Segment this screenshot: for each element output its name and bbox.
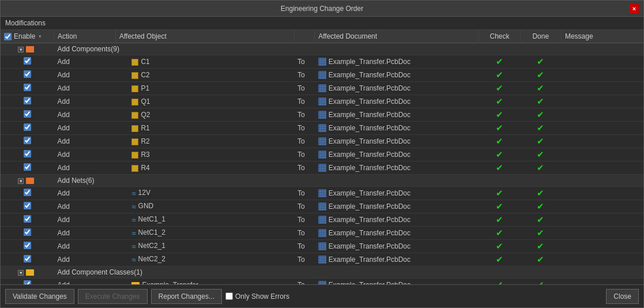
close-title-button[interactable]: × xyxy=(630,4,639,13)
row-action: Add xyxy=(54,108,116,122)
row-enable-cell[interactable] xyxy=(1,82,54,95)
row-checkbox[interactable] xyxy=(24,123,31,131)
header-enable[interactable]: Enable ▾ xyxy=(1,30,54,43)
row-checkbox[interactable] xyxy=(24,202,31,209)
main-window: Engineering Change Order × Modifications… xyxy=(0,0,644,308)
row-checkbox[interactable] xyxy=(24,57,31,65)
row-action: Add xyxy=(54,253,116,266)
row-to: To xyxy=(294,69,315,82)
row-check: ✔ xyxy=(479,200,520,213)
row-checkbox[interactable] xyxy=(24,228,31,236)
row-action: Add xyxy=(54,135,116,148)
row-action: Add xyxy=(54,279,116,285)
row-enable-cell[interactable] xyxy=(1,148,54,161)
row-checkbox[interactable] xyxy=(24,255,31,262)
row-check: ✔ xyxy=(479,213,520,227)
row-affected-document: Example_Transfer.PcbDoc xyxy=(315,213,479,227)
row-enable-cell[interactable] xyxy=(1,122,54,135)
table-row: Add ≈12V To Example_Transfer.PcbDoc ✔ ✔ xyxy=(1,187,643,200)
validate-changes-button[interactable]: Validate Changes xyxy=(5,289,74,304)
row-checkbox[interactable] xyxy=(24,97,31,104)
close-button[interactable]: Close xyxy=(606,289,639,304)
row-check: ✔ xyxy=(479,135,520,148)
group-expand-cell[interactable]: ▾ xyxy=(1,175,54,187)
only-show-errors-checkbox[interactable] xyxy=(225,292,233,300)
row-message xyxy=(561,187,643,200)
row-action: Add xyxy=(54,69,116,82)
row-enable-cell[interactable] xyxy=(1,161,54,175)
row-affected-document: Example_Transfer.PcbDoc xyxy=(315,227,479,240)
row-action: Add xyxy=(54,55,116,69)
table-row: Add ≈NetC1_2 To Example_Transfer.PcbDoc … xyxy=(1,227,643,240)
table-row: Add ≈NetC2_1 To Example_Transfer.PcbDoc … xyxy=(1,240,643,253)
row-enable-cell[interactable] xyxy=(1,253,54,266)
group-expand-cell[interactable]: ▾ xyxy=(1,43,54,55)
row-done: ✔ xyxy=(520,279,561,285)
row-affected-object: ≈NetC2_2 xyxy=(115,253,294,266)
row-affected-object: C2 xyxy=(115,69,294,82)
row-checkbox[interactable] xyxy=(24,280,31,284)
row-enable-cell[interactable] xyxy=(1,200,54,213)
group-label: Add Nets(6) xyxy=(54,175,643,187)
row-check: ✔ xyxy=(479,108,520,122)
row-checkbox[interactable] xyxy=(24,84,31,91)
row-done: ✔ xyxy=(520,213,561,227)
header-affected-document: Affected Document xyxy=(315,30,479,43)
row-enable-cell[interactable] xyxy=(1,240,54,253)
row-message xyxy=(561,148,643,161)
row-done: ✔ xyxy=(520,161,561,175)
row-checkbox[interactable] xyxy=(24,189,31,196)
group-expand-cell[interactable]: ▾ xyxy=(1,266,54,279)
row-enable-cell[interactable] xyxy=(1,227,54,240)
row-enable-cell[interactable] xyxy=(1,187,54,200)
execute-changes-button[interactable]: Execute Changes xyxy=(78,289,148,304)
row-action: Add xyxy=(54,122,116,135)
modifications-label: Modifications xyxy=(1,17,643,30)
row-checkbox[interactable] xyxy=(24,110,31,118)
bottom-bar: Validate Changes Execute Changes Report … xyxy=(1,284,643,307)
enable-all-checkbox[interactable] xyxy=(4,33,12,40)
row-checkbox[interactable] xyxy=(24,163,31,171)
row-check: ✔ xyxy=(479,240,520,253)
row-enable-cell[interactable] xyxy=(1,108,54,122)
row-message xyxy=(561,82,643,95)
row-checkbox[interactable] xyxy=(24,137,31,144)
row-to: To xyxy=(294,148,315,161)
header-check: Check xyxy=(479,30,520,43)
row-affected-document: Example_Transfer.PcbDoc xyxy=(315,122,479,135)
expand-icon[interactable]: ▾ xyxy=(18,178,24,184)
row-checkbox[interactable] xyxy=(24,242,31,249)
row-enable-cell[interactable] xyxy=(1,279,54,285)
row-check: ✔ xyxy=(479,122,520,135)
row-enable-cell[interactable] xyxy=(1,69,54,82)
row-action: Add xyxy=(54,95,116,108)
row-to: To xyxy=(294,55,315,69)
row-enable-cell[interactable] xyxy=(1,55,54,69)
row-check: ✔ xyxy=(479,279,520,285)
content-area: Modifications Enable ▾ Action Aff xyxy=(1,17,643,284)
row-to: To xyxy=(294,227,315,240)
header-done: Done xyxy=(520,30,561,43)
row-done: ✔ xyxy=(520,253,561,266)
expand-icon[interactable]: ▾ xyxy=(18,47,24,52)
row-checkbox[interactable] xyxy=(24,70,31,78)
row-enable-cell[interactable] xyxy=(1,95,54,108)
row-affected-document: Example_Transfer.PcbDoc xyxy=(315,148,479,161)
row-checkbox[interactable] xyxy=(24,215,31,223)
row-enable-cell[interactable] xyxy=(1,213,54,227)
row-affected-object: ≈NetC1_2 xyxy=(115,227,294,240)
table-container[interactable]: Enable ▾ Action Affected Object Affected… xyxy=(1,30,643,284)
row-action: Add xyxy=(54,213,116,227)
row-enable-cell[interactable] xyxy=(1,135,54,148)
row-check: ✔ xyxy=(479,227,520,240)
report-changes-button[interactable]: Report Changes... xyxy=(151,289,222,304)
row-check: ✔ xyxy=(479,55,520,69)
row-affected-document: Example_Transfer.PcbDoc xyxy=(315,108,479,122)
expand-icon[interactable]: ▾ xyxy=(18,270,24,276)
row-checkbox[interactable] xyxy=(24,150,31,157)
row-action: Add xyxy=(54,227,116,240)
row-to: To xyxy=(294,161,315,175)
group-row: ▾ Add Components(9) xyxy=(1,43,643,55)
header-to xyxy=(294,30,315,43)
only-show-errors-label[interactable]: Only Show Errors xyxy=(225,292,289,301)
